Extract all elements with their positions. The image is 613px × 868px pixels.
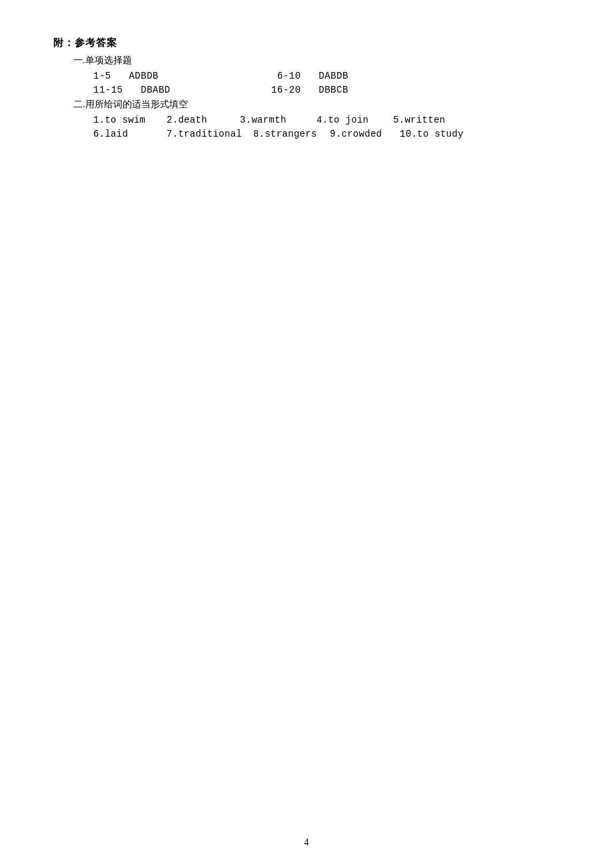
- fill-row-2: 6.laid 7.traditional 8.strangers 9.crowd…: [93, 129, 560, 139]
- section2-header-text: 二.用所给词的适当形式填空: [73, 99, 188, 109]
- fill-item-5: 5.written: [393, 115, 460, 125]
- page-container: 附：参考答案 一.单项选择题 1-5 ADBDB 6-10 DABDB 11-1…: [0, 0, 613, 868]
- fill-item-2: 2.death: [167, 115, 240, 125]
- answer-row-1: 1-5 ADBDB 6-10 DABDB: [93, 71, 560, 81]
- answer-row-2: 11-15 DBABD 16-20 DBBCB: [93, 85, 560, 95]
- fill-item-1: 1.to swim: [93, 115, 167, 125]
- fill-item-3: 3.warmth: [240, 115, 316, 125]
- row2-mid-answers: DBBCB: [318, 85, 348, 95]
- row2-mid-label: 16-20: [271, 85, 301, 95]
- row1-mid-answers: DABDB: [318, 71, 348, 81]
- page-number: 4: [305, 837, 309, 848]
- fill-item-4: 4.to join: [316, 115, 393, 125]
- fill-row-1: 1.to swim 2.death 3.warmth 4.to join 5.w…: [93, 115, 560, 125]
- page-number-text: 4: [305, 837, 309, 847]
- row1-answers: ADBDB: [129, 71, 159, 81]
- row1-label: 1-5: [93, 71, 111, 81]
- row2-label: 11-15: [93, 85, 123, 95]
- fill-item-8: 8.strangers: [253, 129, 330, 139]
- fill-item-7: 7.traditional: [167, 129, 253, 139]
- section-title-text: 附：参考答案: [53, 37, 117, 48]
- row2-answers: DBABD: [141, 85, 171, 95]
- row1-mid-label: 6-10: [277, 71, 301, 81]
- multiple-choice-header: 一.单项选择题: [73, 55, 560, 67]
- section-header: 附：参考答案: [53, 37, 560, 49]
- fill-item-9: 9.crowded: [330, 129, 400, 139]
- section1-header-text: 一.单项选择题: [73, 55, 132, 65]
- fill-item-10: 10.to study: [400, 129, 466, 139]
- fill-item-6: 6.laid: [93, 129, 167, 139]
- fill-blank-header: 二.用所给词的适当形式填空: [73, 99, 560, 111]
